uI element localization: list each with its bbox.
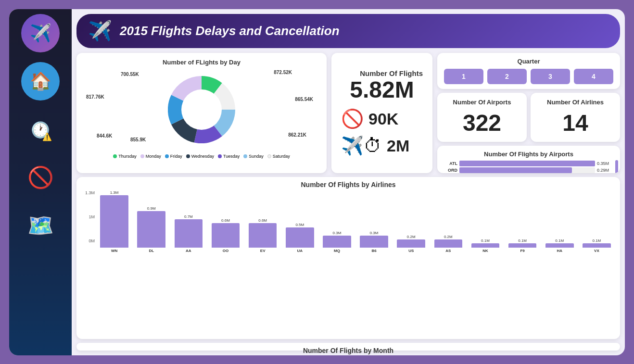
airline-bar-code: WN (111, 249, 117, 253)
airport-value: 0.35M (597, 161, 613, 166)
sidebar-logo: ✈️ (21, 14, 60, 52)
airport-bar (459, 161, 595, 166)
airline-bar-code: MQ (334, 249, 340, 253)
airport-row: ATL 0.35M (444, 161, 613, 166)
airline-bar-group: 0.3M B6 (356, 190, 392, 253)
quarter-title: Quarter (444, 58, 613, 65)
cancelled-icon: 🚫 (341, 108, 364, 129)
scrollbar[interactable] (615, 160, 618, 171)
airlines-chart-card: Number Of Flights by Airlines 1.3M 1M 0M… (76, 177, 620, 339)
delayed-icon: ✈️⏱ (341, 135, 382, 156)
airline-bar-group: 0.6M EV (245, 190, 280, 253)
delayed-row: ✈️⏱ 2M (341, 135, 409, 156)
right-panel: Quarter 1 2 3 4 Number Of Airports 322 (437, 53, 620, 173)
airlines-kpi-title: Number Of Airlines (538, 99, 612, 106)
donut-label-botleft: 844.6K (97, 133, 112, 138)
airport-chart-card: Number Of Flights by Airports ATL 0.35M … (437, 146, 620, 173)
kpi-row: Number Of Airports 322 Number Of Airline… (437, 93, 620, 142)
airline-bar-rect (249, 223, 277, 248)
airport-row: ORD 0.29M (444, 167, 613, 173)
airline-bar-code: VX (594, 249, 599, 253)
airline-bar-label-top: 0.1M (518, 238, 527, 243)
airline-bar-label-top: 0.5M (295, 223, 304, 227)
airline-bar-rect (397, 239, 425, 248)
airport-bar-container (459, 161, 595, 166)
map-icon: 🗺️ (27, 213, 54, 238)
airline-bar-group: 0.6M OO (208, 190, 243, 253)
airline-bar-rect (286, 227, 314, 248)
airline-bar-label-top: 0.2M (407, 235, 416, 239)
cancel-icon: 🚫 (27, 165, 54, 190)
airports-kpi-title: Number Of Airports (445, 99, 519, 106)
airline-bar-rect (360, 236, 388, 248)
airline-bar-code: EV (260, 249, 266, 253)
airport-code: ORD (444, 168, 457, 173)
airline-bar-label-top: 0.1M (481, 238, 490, 243)
airline-bar-rect (545, 243, 574, 248)
airline-bar-group: 0.9M DL (134, 190, 169, 253)
home-icon: 🏠 (30, 71, 51, 91)
airline-bar-label-top: 0.1M (555, 238, 564, 243)
airline-bar-rect (175, 219, 203, 248)
quarter-btn-2[interactable]: 2 (487, 69, 527, 84)
month-chart-card: Number Of Flights by Month 0.5MJanuary0.… (76, 343, 620, 351)
airport-list: ATL 0.35M ORD 0.29M DFW 0.24M DEN 0.20M … (444, 161, 613, 173)
airline-bar-code: B6 (371, 249, 376, 253)
airline-bar-code: NK (482, 249, 488, 253)
airports-kpi-value: 322 (445, 110, 519, 136)
airline-bar-label-top: 0.6M (258, 218, 267, 223)
donut-label-botright: 862.21K (288, 132, 306, 138)
airline-bar-group: 0.1M F9 (505, 190, 540, 253)
airline-bar-label-top: 1.3M (110, 190, 119, 195)
airline-bar-group: 0.5M UA (282, 190, 317, 253)
dashboard: ✈️ 🏠 🕐 ⚠️ 🚫 🗺️ ✈️ 2015 Flights Delays an… (9, 9, 625, 355)
airlines-kpi-value: 14 (538, 110, 612, 136)
airline-bar-group: 1.3M WN (97, 190, 132, 253)
sidebar-item-map[interactable]: 🗺️ (21, 206, 60, 245)
quarter-btn-4[interactable]: 4 (574, 69, 613, 84)
donut-label-topright: 872.52K (274, 70, 292, 75)
airport-code: ATL (444, 161, 457, 166)
airline-bar-rect (583, 243, 611, 248)
sidebar-item-cancel[interactable]: 🚫 (21, 158, 60, 197)
y-axis-label-1m: 1M (82, 214, 95, 219)
airline-bar-group: 0.2M US (393, 190, 429, 253)
airlines-kpi: Number Of Airlines 14 (531, 93, 620, 142)
airline-bar-rect (100, 195, 128, 248)
airline-bar-label-top: 0.3M (370, 231, 379, 235)
quarter-btn-1[interactable]: 1 (444, 69, 483, 84)
airline-bar-label-top: 0.3M (333, 231, 342, 235)
donut-label-left: 817.76K (86, 94, 104, 100)
donut-label-top: 700.55K (121, 72, 139, 77)
airline-bar-code: OO (223, 249, 228, 253)
stats-card: Number Of Flights 5.82M 🚫 90K ✈️⏱ 2M (331, 53, 432, 173)
sidebar: ✈️ 🏠 🕐 ⚠️ 🚫 🗺️ (9, 9, 72, 355)
airline-bar-label-top: 0.1M (593, 238, 601, 243)
quarter-btn-3[interactable]: 3 (531, 69, 570, 84)
scrollbar-thumb (615, 160, 618, 173)
airline-bar-group: 0.3M MQ (319, 190, 355, 253)
donut-legend: Thursday Monday Friday Wednesday Tuesday… (82, 154, 321, 159)
airport-bar-container (459, 167, 595, 173)
sidebar-item-delay[interactable]: 🕐 ⚠️ (21, 110, 60, 149)
y-axis-label-13m: 1.3M (82, 190, 95, 195)
airline-bar-rect (212, 223, 240, 248)
airline-bar-group: 0.2M AS (431, 190, 466, 253)
airline-bar-rect (323, 236, 351, 248)
donut-label-right: 865.54K (295, 97, 313, 102)
airline-bar-code: US (408, 249, 414, 253)
airline-bar-code: AA (186, 249, 191, 253)
airline-bar-label-top: 0.7M (184, 214, 193, 219)
quarter-card: Quarter 1 2 3 4 (437, 53, 620, 89)
airline-bar-rect (508, 243, 537, 248)
delay-icon: 🕐 ⚠️ (31, 119, 50, 139)
month-chart-title: Number Of Flights by Month (82, 347, 614, 354)
donut-chart-card: Number of FLights by Day 700.55K 872.52K… (76, 53, 327, 173)
airport-value: 0.29M (597, 168, 613, 173)
quarter-buttons: 1 2 3 4 (444, 69, 613, 84)
airline-bar-group: 0.1M NK (468, 190, 503, 253)
cancelled-value: 90K (368, 110, 398, 128)
sidebar-item-home[interactable]: 🏠 (21, 62, 60, 100)
flights-value: 5.82M (341, 77, 423, 103)
airline-bar-code: DL (149, 249, 154, 253)
